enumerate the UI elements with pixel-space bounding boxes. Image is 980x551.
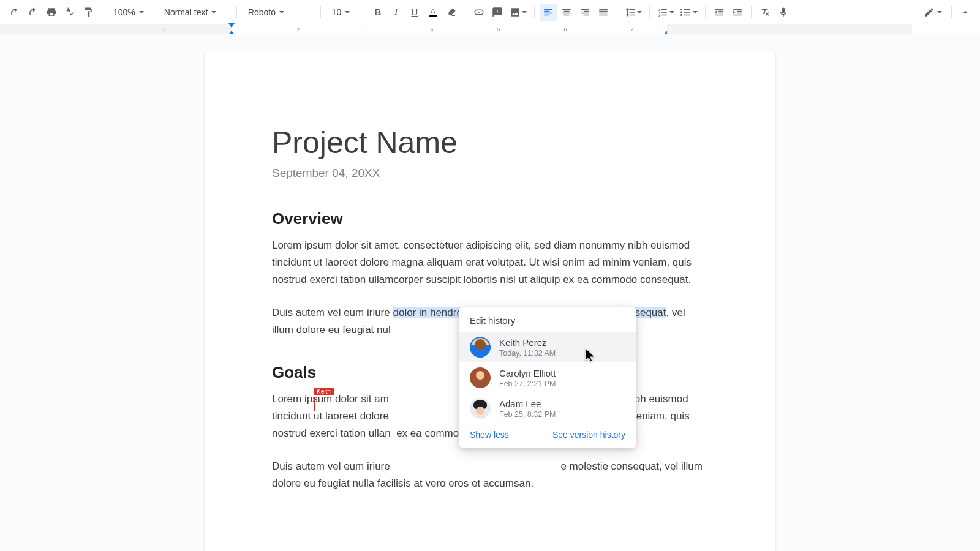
chevron-down-icon: [637, 11, 642, 13]
separator: [951, 6, 952, 18]
separator: [649, 6, 650, 18]
chevron-down-icon: [139, 11, 144, 13]
italic-button[interactable]: I: [388, 4, 405, 21]
clear-formatting-button[interactable]: [756, 4, 774, 21]
chevron-down-icon: [345, 11, 350, 13]
chevron-down-icon: [693, 11, 698, 13]
separator: [617, 6, 617, 18]
mic-icon: [778, 7, 789, 18]
font-size-select[interactable]: 10: [326, 4, 359, 21]
highlight-button[interactable]: [443, 4, 460, 21]
insert-comment-button[interactable]: [489, 4, 506, 21]
link-icon: [473, 7, 484, 18]
align-center-icon: [561, 7, 572, 18]
clear-format-icon: [760, 7, 771, 18]
line-spacing-icon: [625, 7, 636, 18]
text-color-button[interactable]: A: [424, 4, 442, 21]
separator: [705, 6, 706, 18]
font-size-value: 10: [332, 7, 342, 17]
align-left-icon: [543, 7, 554, 18]
align-justify-button[interactable]: [595, 4, 612, 21]
indent-decrease-button[interactable]: [710, 4, 728, 21]
undo-icon: [9, 7, 20, 18]
font-family-value: Roboto: [248, 7, 276, 17]
paint-format-button[interactable]: [80, 4, 97, 21]
separator: [364, 6, 364, 18]
indent-increase-button[interactable]: [729, 4, 746, 21]
chevron-down-icon: [669, 11, 674, 13]
text-color-icon: A: [429, 7, 437, 17]
paragraph-style-select[interactable]: Normal text: [158, 4, 232, 21]
collapse-toolbar-button[interactable]: [957, 4, 974, 21]
align-right-icon: [579, 7, 590, 18]
align-left-button[interactable]: [540, 4, 557, 21]
separator: [153, 6, 153, 18]
chevron-down-icon: [522, 11, 527, 13]
line-spacing-button[interactable]: [622, 4, 644, 21]
redo-button[interactable]: [24, 4, 42, 21]
underline-button[interactable]: U: [406, 4, 423, 21]
paragraph-style-value: Normal text: [164, 7, 208, 17]
undo-button[interactable]: [6, 4, 23, 21]
chevron-up-icon: [960, 7, 971, 18]
separator: [236, 6, 237, 18]
separator: [751, 6, 752, 18]
redo-icon: [28, 7, 39, 18]
voice-typing-button[interactable]: [775, 4, 792, 21]
separator: [534, 6, 535, 18]
align-center-button[interactable]: [558, 4, 575, 21]
insert-image-button[interactable]: [507, 4, 529, 21]
print-button[interactable]: [43, 4, 60, 21]
spellcheck-icon: [64, 7, 75, 18]
first-line-indent-marker[interactable]: [228, 23, 235, 28]
paint-roller-icon: [83, 7, 94, 18]
highlighter-icon: [446, 7, 457, 18]
indent-increase-icon: [732, 7, 743, 18]
indent-decrease-icon: [714, 7, 725, 18]
insert-link-button[interactable]: [470, 4, 488, 21]
print-icon: [46, 7, 57, 18]
ruler[interactable]: 1 2 3 4 5 6 7: [0, 24, 980, 34]
numbered-list-icon: [657, 7, 668, 18]
comment-icon: [492, 7, 503, 18]
separator: [102, 6, 102, 18]
align-right-button[interactable]: [576, 4, 594, 21]
spellcheck-button[interactable]: [61, 4, 78, 21]
chevron-down-icon: [279, 11, 284, 13]
bulleted-list-button[interactable]: [678, 4, 700, 21]
separator: [465, 6, 466, 18]
chevron-down-icon: [211, 11, 216, 13]
editing-mode-button[interactable]: [919, 4, 946, 21]
align-justify-icon: [598, 7, 609, 18]
separator: [320, 6, 321, 18]
chevron-down-icon: [937, 11, 942, 13]
toolbar: 100% Normal text Roboto 10 B I U A: [0, 0, 980, 24]
bulleted-list-icon: [680, 7, 692, 18]
zoom-select[interactable]: 100%: [107, 4, 148, 21]
bold-button[interactable]: B: [369, 4, 386, 21]
zoom-value: 100%: [113, 7, 135, 17]
pencil-icon: [924, 7, 935, 18]
font-family-select[interactable]: Roboto: [242, 4, 315, 21]
image-icon: [510, 7, 521, 18]
numbered-list-button[interactable]: [655, 4, 677, 21]
